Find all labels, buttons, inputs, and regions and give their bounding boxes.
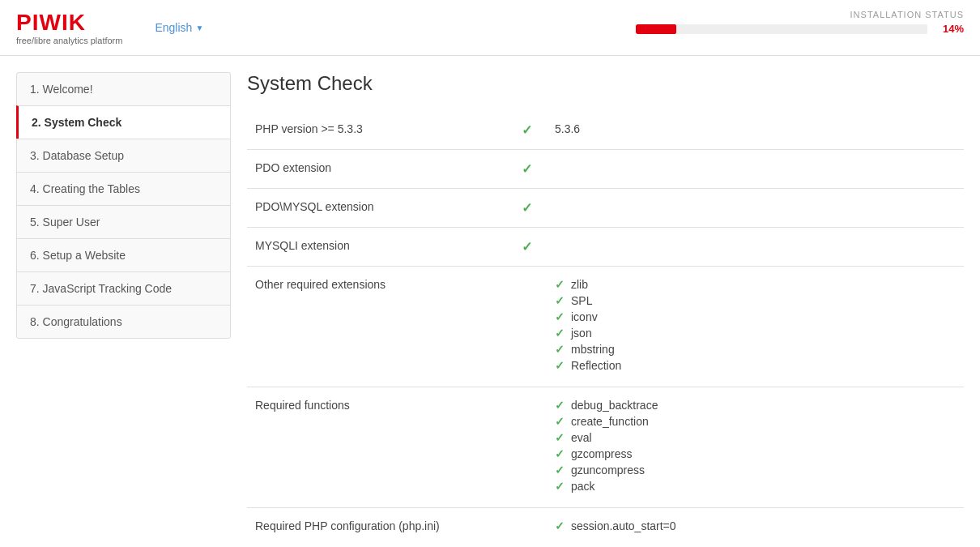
sidebar-item-tracking-code-label: 7. JavaScript Tracking Code: [30, 282, 172, 295]
install-status-label: INSTALLATION STATUS: [624, 10, 964, 19]
php-config-list: ✓ session.auto_start=0: [555, 519, 956, 532]
language-selector[interactable]: English ▼: [155, 21, 203, 34]
check-icon-req-functions: [506, 387, 547, 508]
sidebar-item-super-user[interactable]: 5. Super User: [16, 205, 231, 239]
check-label-other-ext: Other required extensions: [247, 267, 506, 387]
checkmark-icon: ✓: [555, 294, 565, 307]
table-row: Other required extensions ✓ zlib ✓ SPL ✓…: [247, 267, 964, 387]
extensions-list: ✓ zlib ✓ SPL ✓ iconv ✓ json ✓ mbstring ✓…: [555, 278, 956, 372]
checkmark-icon: ✓: [522, 201, 532, 215]
list-item: ✓ iconv: [555, 310, 956, 323]
system-check-table: PHP version >= 5.3.3 ✓ 5.3.6 PDO extensi…: [247, 111, 964, 547]
sidebar-item-welcome-label: 1. Welcome!: [30, 83, 93, 96]
sidebar-item-setup-website-label: 6. Setup a Website: [30, 249, 126, 262]
check-icon-pdo: ✓: [506, 150, 547, 189]
check-icon-pdo-mysql: ✓: [506, 189, 547, 228]
sidebar-item-welcome[interactable]: 1. Welcome!: [16, 72, 231, 106]
check-value-pdo-mysql: [547, 189, 964, 228]
table-row: PDO\MYSQL extension ✓: [247, 189, 964, 228]
table-row: Required functions ✓ debug_backtrace ✓ c…: [247, 387, 964, 508]
sidebar-item-creating-tables-label: 4. Creating the Tables: [30, 182, 140, 195]
list-item: ✓ SPL: [555, 294, 956, 307]
logo: PIWIK: [16, 10, 122, 36]
checkmark-icon: ✓: [555, 431, 565, 444]
list-item: ✓ create_function: [555, 415, 956, 428]
table-row: PHP version >= 5.3.3 ✓ 5.3.6: [247, 111, 964, 150]
checkmark-icon: ✓: [555, 278, 565, 291]
sidebar-item-database-setup[interactable]: 3. Database Setup: [16, 139, 231, 173]
sidebar-item-setup-website[interactable]: 6. Setup a Website: [16, 238, 231, 272]
check-label-pdo-mysql: PDO\MYSQL extension: [247, 189, 506, 228]
check-value-php-version: 5.3.6: [547, 111, 964, 150]
checkmark-icon: ✓: [555, 327, 565, 340]
main-layout: 1. Welcome! 2. System Check 3. Database …: [0, 56, 980, 547]
checkmark-icon: ✓: [555, 310, 565, 323]
check-value-mysqli: [547, 228, 964, 267]
sidebar-item-database-setup-label: 3. Database Setup: [30, 149, 124, 162]
checkmark-icon: ✓: [555, 447, 565, 460]
check-label-pdo: PDO extension: [247, 150, 506, 189]
progress-bar-fill: [636, 24, 676, 34]
checkmark-icon: ✓: [522, 123, 532, 137]
list-item: ✓ zlib: [555, 278, 956, 291]
list-item: ✓ json: [555, 327, 956, 340]
checkmark-icon: ✓: [522, 240, 532, 254]
install-status-row: 14%: [624, 23, 964, 35]
progress-percent: 14%: [935, 23, 964, 35]
table-row: MYSQLI extension ✓: [247, 228, 964, 267]
list-item: ✓ session.auto_start=0: [555, 519, 956, 532]
progress-bar-background: [636, 24, 927, 34]
checkmark-icon: ✓: [555, 343, 565, 356]
check-icon-php-version: ✓: [506, 111, 547, 150]
list-item: ✓ eval: [555, 431, 956, 444]
sidebar-item-creating-tables[interactable]: 4. Creating the Tables: [16, 172, 231, 206]
checkmark-icon: ✓: [555, 415, 565, 428]
header: PIWIK free/libre analytics platform Engl…: [0, 0, 980, 56]
sidebar-item-congratulations[interactable]: 8. Congratulations: [16, 305, 231, 339]
sidebar: 1. Welcome! 2. System Check 3. Database …: [16, 72, 231, 547]
table-row: Required PHP configuration (php.ini) ✓ s…: [247, 508, 964, 548]
install-status-area: INSTALLATION STATUS 14%: [624, 10, 964, 35]
checkmark-icon: ✓: [555, 464, 565, 476]
check-value-other-ext: ✓ zlib ✓ SPL ✓ iconv ✓ json ✓ mbstring ✓…: [547, 267, 964, 387]
check-icon-mysqli: ✓: [506, 228, 547, 267]
language-label: English: [155, 21, 192, 34]
list-item: ✓ mbstring: [555, 343, 956, 356]
check-label-php-config: Required PHP configuration (php.ini): [247, 508, 506, 548]
checkmark-icon: ✓: [555, 359, 565, 372]
sidebar-item-system-check-label: 2. System Check: [32, 116, 121, 129]
check-label-req-functions: Required functions: [247, 387, 506, 508]
sidebar-item-tracking-code[interactable]: 7. JavaScript Tracking Code: [16, 271, 231, 306]
check-label-mysqli: MYSQLI extension: [247, 228, 506, 267]
logo-area: PIWIK free/libre analytics platform: [16, 10, 122, 45]
list-item: ✓ debug_backtrace: [555, 399, 956, 412]
chevron-down-icon: ▼: [195, 24, 203, 32]
sidebar-item-system-check[interactable]: 2. System Check: [16, 105, 231, 139]
check-label-php-version: PHP version >= 5.3.3: [247, 111, 506, 150]
list-item: ✓ gzcompress: [555, 447, 956, 460]
table-row: PDO extension ✓: [247, 150, 964, 189]
sidebar-item-congratulations-label: 8. Congratulations: [30, 315, 122, 328]
checkmark-icon: ✓: [555, 480, 565, 493]
list-item: ✓ Reflection: [555, 359, 956, 372]
sidebar-item-super-user-label: 5. Super User: [30, 216, 100, 229]
check-icon-php-config: [506, 508, 547, 548]
list-item: ✓ gzuncompress: [555, 464, 956, 476]
functions-list: ✓ debug_backtrace ✓ create_function ✓ ev…: [555, 399, 956, 493]
check-value-req-functions: ✓ debug_backtrace ✓ create_function ✓ ev…: [547, 387, 964, 508]
check-icon-other-ext: [506, 267, 547, 387]
check-value-pdo: [547, 150, 964, 189]
checkmark-icon: ✓: [522, 162, 532, 176]
checkmark-icon: ✓: [555, 399, 565, 412]
check-value-php-config: ✓ session.auto_start=0: [547, 508, 964, 548]
page-title: System Check: [247, 72, 964, 95]
content-area: System Check PHP version >= 5.3.3 ✓ 5.3.…: [247, 72, 964, 547]
list-item: ✓ pack: [555, 480, 956, 493]
checkmark-icon: ✓: [555, 519, 565, 532]
tagline: free/libre analytics platform: [16, 36, 122, 45]
